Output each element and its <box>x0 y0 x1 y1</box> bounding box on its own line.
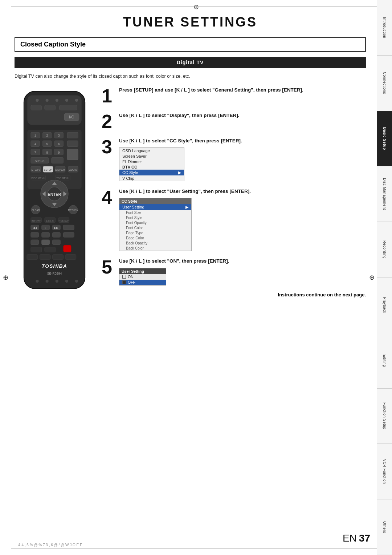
main-content: TUNER SETTINGS Closed Caption Style Digi… <box>0 0 377 555</box>
step-4: 4 Use [K / L ] to select "User Setting",… <box>102 188 366 251</box>
svg-text:ENTER: ENTER <box>48 192 61 197</box>
step-3: 3 Use [K / L ] to select "CC Style", the… <box>102 137 366 181</box>
menu-sub-fontsize: Font Size <box>119 210 191 215</box>
page-num: 37 <box>359 532 370 544</box>
step-4-content: Use [K / L ] to select "User Setting", t… <box>119 188 366 251</box>
svg-text:INSTANT: INSTANT <box>32 219 41 222</box>
menu-sub-backopacity: Back Opacity <box>119 240 191 246</box>
step-2-content: Use [K / L ] to select "Display", then p… <box>119 112 366 119</box>
step-2: 2 Use [K / L ] to select "Display", then… <box>102 112 366 131</box>
menu-sub-backcolor: Back Color <box>119 246 191 251</box>
svg-text:DISC MENU: DISC MENU <box>31 177 45 179</box>
svg-point-92 <box>65 280 68 283</box>
page-en-label: EN <box>343 532 357 544</box>
menu-item-ccstyle: CC Style▶ <box>119 170 184 175</box>
svg-rect-73 <box>31 232 39 237</box>
svg-text:TOP MENU: TOP MENU <box>56 177 69 179</box>
steps-col: 1 Press [SETUP] and use [K / L ] to sele… <box>102 86 366 301</box>
svg-text:TOSHIBA: TOSHIBA <box>42 263 67 269</box>
step-5: 5 Use [K / L ] to select "ON", then pres… <box>102 258 366 285</box>
svg-text:1: 1 <box>34 134 36 137</box>
svg-rect-80 <box>31 247 42 252</box>
svg-text:I/O: I/O <box>69 115 74 119</box>
menu-item-vchip: V-Chip <box>119 175 184 181</box>
continue-note: Instructions continue on the next page. <box>102 292 366 297</box>
svg-text:SPACE: SPACE <box>35 159 45 162</box>
menu-sub-fontcolor: Font Color <box>119 225 191 230</box>
page-number: EN37 <box>343 532 370 544</box>
svg-point-91 <box>56 280 58 283</box>
svg-text:1.3x0.8x: 1.3x0.8x <box>46 219 54 222</box>
menu-sub-edgetype: Edge Type <box>119 230 191 235</box>
onoff-box: User Setting ON OFF <box>119 268 166 285</box>
svg-rect-84 <box>40 255 50 260</box>
page-title: TUNER SETTINGS <box>15 15 366 30</box>
step-5-text: Use [K / L ] to select "ON", then press … <box>119 258 366 265</box>
svg-point-6 <box>75 99 78 102</box>
svg-text:2: 2 <box>46 134 48 137</box>
svg-rect-75 <box>53 232 61 237</box>
svg-text:DTV/TV: DTV/TV <box>31 169 40 171</box>
svg-rect-69 <box>63 225 74 230</box>
svg-text:4: 4 <box>34 142 36 146</box>
svg-rect-79 <box>53 240 61 245</box>
step-5-content: Use [K / L ] to select "ON", then press … <box>119 258 366 285</box>
svg-point-93 <box>75 280 78 283</box>
svg-rect-8 <box>45 105 56 110</box>
step-3-text: Use [K / L ] to select "CC Style", then … <box>119 137 366 145</box>
sidebar-tabs <box>377 0 392 555</box>
menu-item-osd: OSD Language <box>119 148 184 153</box>
menu-sub-fontopacity: Font Opacity <box>119 220 191 225</box>
remote-col: I/O 1 2 3 4 5 <box>15 86 94 301</box>
checkbox-off <box>122 280 126 284</box>
menu-item-dtvcc: DTV CC <box>119 164 184 170</box>
remote-wrap: I/O 1 2 3 4 5 <box>15 86 94 299</box>
svg-text:7: 7 <box>34 151 36 154</box>
svg-text:▶▶: ▶▶ <box>54 226 59 230</box>
checkbox-on <box>122 275 126 279</box>
svg-rect-81 <box>45 247 56 252</box>
onoff-item-on: ON <box>119 274 166 280</box>
menu-title-ccstyle: CC Style <box>119 198 191 204</box>
svg-point-3 <box>46 99 49 102</box>
step-1-number: 1 <box>102 86 115 105</box>
step-1: 1 Press [SETUP] and use [K / L ] to sele… <box>102 86 366 105</box>
svg-text:AUDIO: AUDIO <box>69 169 77 171</box>
onoff-item-off: OFF <box>119 280 166 285</box>
svg-rect-76 <box>63 232 74 237</box>
step-4-text: Use [K / L ] to select "User Setting", t… <box>119 188 366 195</box>
svg-rect-9 <box>60 105 77 110</box>
svg-rect-74 <box>42 232 50 237</box>
svg-text:5: 5 <box>46 142 48 146</box>
step-2-text: Use [K / L ] to select "Display", then p… <box>119 112 366 119</box>
svg-text:SE-R0294: SE-R0294 <box>47 272 62 275</box>
body-text: Digital TV can also change the style of … <box>15 73 366 80</box>
svg-rect-30 <box>67 149 78 160</box>
svg-text:RETURN: RETURN <box>68 209 78 211</box>
svg-text:8: 8 <box>46 151 48 154</box>
section-header: Closed Caption Style <box>15 37 366 52</box>
step-3-number: 3 <box>102 137 115 156</box>
svg-rect-35 <box>52 157 64 163</box>
menu-box-step4: CC Style User Setting▶ Font Size Font St… <box>119 198 192 251</box>
menu-item-usersetting: User Setting▶ <box>119 204 191 210</box>
svg-point-5 <box>65 99 68 102</box>
footer-text: & 4 , 6 % @ % 7 3 , 6 @ / @ W J O E E <box>18 543 82 547</box>
menu-box-step3: OSD Language Screen Saver FL Dimmer DTV … <box>119 147 184 181</box>
menu-sub-fontstyle: Font Style <box>119 215 191 220</box>
remote-control-image: I/O 1 2 3 4 5 <box>20 86 89 299</box>
step-1-content: Press [SETUP] and use [K / L ] to select… <box>119 86 366 94</box>
svg-rect-85 <box>53 255 64 260</box>
svg-rect-7 <box>31 105 42 110</box>
digital-tv-bar: Digital TV <box>15 57 366 68</box>
two-col-layout: I/O 1 2 3 4 5 <box>15 86 366 301</box>
svg-rect-16 <box>67 132 78 138</box>
svg-rect-78 <box>42 240 50 245</box>
svg-text:CLEAR: CLEAR <box>32 209 40 211</box>
step-1-text: Press [SETUP] and use [K / L ] to select… <box>119 86 366 94</box>
svg-point-89 <box>36 280 38 283</box>
step-4-number: 4 <box>102 188 115 207</box>
step-5-number: 5 <box>102 258 115 276</box>
svg-text:DISPLAY: DISPLAY <box>55 169 66 171</box>
svg-rect-83 <box>27 255 38 260</box>
